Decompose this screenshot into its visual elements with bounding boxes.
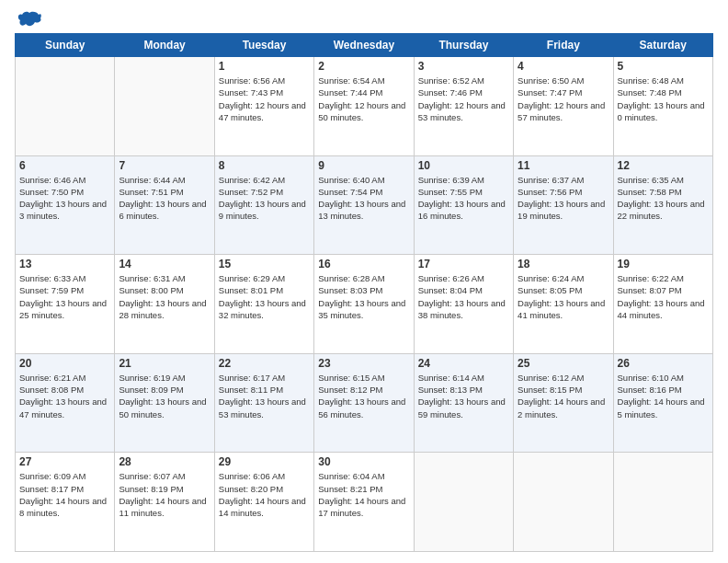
calendar-cell: 21Sunrise: 6:19 AM Sunset: 8:09 PM Dayli… — [115, 353, 214, 453]
calendar-cell — [414, 453, 513, 552]
day-info: Sunrise: 6:15 AM Sunset: 8:12 PM Dayligh… — [318, 372, 409, 420]
logo-icon — [15, 11, 42, 28]
calendar-header-sunday: Sunday — [16, 34, 115, 57]
day-info: Sunrise: 6:12 AM Sunset: 8:15 PM Dayligh… — [518, 372, 609, 420]
day-number: 16 — [318, 258, 409, 270]
calendar-header-monday: Monday — [115, 34, 214, 57]
day-info: Sunrise: 6:04 AM Sunset: 8:21 PM Dayligh… — [318, 470, 409, 519]
day-number: 3 — [418, 60, 509, 73]
calendar-cell: 7Sunrise: 6:44 AM Sunset: 7:51 PM Daylig… — [115, 155, 214, 255]
calendar-week-row: 6Sunrise: 6:46 AM Sunset: 7:50 PM Daylig… — [16, 155, 713, 255]
calendar-cell: 19Sunrise: 6:22 AM Sunset: 8:07 PM Dayli… — [613, 255, 712, 354]
day-info: Sunrise: 6:52 AM Sunset: 7:46 PM Dayligh… — [418, 75, 509, 123]
day-number: 2 — [318, 60, 409, 73]
calendar-cell: 1Sunrise: 6:56 AM Sunset: 7:43 PM Daylig… — [214, 57, 313, 156]
day-info: Sunrise: 6:54 AM Sunset: 7:44 PM Dayligh… — [318, 75, 409, 123]
calendar-cell: 3Sunrise: 6:52 AM Sunset: 7:46 PM Daylig… — [414, 57, 513, 156]
day-info: Sunrise: 6:33 AM Sunset: 7:59 PM Dayligh… — [19, 272, 110, 321]
day-number: 15 — [219, 258, 310, 270]
day-number: 28 — [119, 455, 210, 468]
day-number: 26 — [618, 357, 709, 370]
day-info: Sunrise: 6:17 AM Sunset: 8:11 PM Dayligh… — [219, 372, 310, 420]
calendar-cell: 5Sunrise: 6:48 AM Sunset: 7:48 PM Daylig… — [613, 57, 712, 156]
day-info: Sunrise: 6:37 AM Sunset: 7:56 PM Dayligh… — [518, 174, 609, 223]
day-info: Sunrise: 6:48 AM Sunset: 7:48 PM Dayligh… — [618, 75, 709, 123]
day-number: 12 — [618, 159, 709, 172]
calendar-week-row: 20Sunrise: 6:21 AM Sunset: 8:08 PM Dayli… — [16, 353, 713, 453]
calendar-cell — [16, 57, 115, 156]
calendar-cell: 2Sunrise: 6:54 AM Sunset: 7:44 PM Daylig… — [314, 57, 414, 156]
calendar-cell: 20Sunrise: 6:21 AM Sunset: 8:08 PM Dayli… — [16, 353, 115, 453]
day-number: 10 — [418, 159, 509, 172]
calendar-week-row: 27Sunrise: 6:09 AM Sunset: 8:17 PM Dayli… — [16, 453, 713, 552]
day-info: Sunrise: 6:44 AM Sunset: 7:51 PM Dayligh… — [119, 174, 210, 223]
day-number: 19 — [618, 258, 709, 270]
calendar-cell: 16Sunrise: 6:28 AM Sunset: 8:03 PM Dayli… — [314, 255, 414, 354]
calendar-week-row: 13Sunrise: 6:33 AM Sunset: 7:59 PM Dayli… — [16, 255, 713, 354]
day-info: Sunrise: 6:22 AM Sunset: 8:07 PM Dayligh… — [618, 272, 709, 321]
calendar-header-friday: Friday — [514, 34, 613, 57]
day-info: Sunrise: 6:31 AM Sunset: 8:00 PM Dayligh… — [119, 272, 210, 321]
calendar-cell: 10Sunrise: 6:39 AM Sunset: 7:55 PM Dayli… — [414, 155, 513, 255]
calendar-cell: 14Sunrise: 6:31 AM Sunset: 8:00 PM Dayli… — [115, 255, 214, 354]
day-number: 25 — [518, 357, 609, 370]
day-info: Sunrise: 6:10 AM Sunset: 8:16 PM Dayligh… — [618, 372, 709, 420]
day-number: 23 — [318, 357, 409, 370]
calendar-cell: 9Sunrise: 6:40 AM Sunset: 7:54 PM Daylig… — [314, 155, 414, 255]
day-number: 13 — [19, 258, 110, 270]
day-info: Sunrise: 6:19 AM Sunset: 8:09 PM Dayligh… — [119, 372, 210, 420]
calendar-week-row: 1Sunrise: 6:56 AM Sunset: 7:43 PM Daylig… — [16, 57, 713, 156]
day-number: 17 — [418, 258, 509, 270]
day-number: 30 — [318, 455, 409, 468]
calendar-cell: 18Sunrise: 6:24 AM Sunset: 8:05 PM Dayli… — [514, 255, 613, 354]
day-number: 29 — [219, 455, 310, 468]
day-number: 20 — [19, 357, 110, 370]
calendar-cell: 25Sunrise: 6:12 AM Sunset: 8:15 PM Dayli… — [514, 353, 613, 453]
day-info: Sunrise: 6:39 AM Sunset: 7:55 PM Dayligh… — [418, 174, 509, 223]
day-number: 24 — [418, 357, 509, 370]
calendar-cell: 17Sunrise: 6:26 AM Sunset: 8:04 PM Dayli… — [414, 255, 513, 354]
day-info: Sunrise: 6:07 AM Sunset: 8:19 PM Dayligh… — [119, 470, 210, 519]
day-info: Sunrise: 6:14 AM Sunset: 8:13 PM Dayligh… — [418, 372, 509, 420]
calendar-header-tuesday: Tuesday — [214, 34, 313, 57]
calendar-cell: 12Sunrise: 6:35 AM Sunset: 7:58 PM Dayli… — [613, 155, 712, 255]
calendar-cell: 29Sunrise: 6:06 AM Sunset: 8:20 PM Dayli… — [214, 453, 313, 552]
logo-bird-icon — [17, 11, 42, 31]
day-number: 14 — [119, 258, 210, 270]
calendar-cell: 23Sunrise: 6:15 AM Sunset: 8:12 PM Dayli… — [314, 353, 414, 453]
logo — [15, 11, 42, 28]
day-number: 21 — [119, 357, 210, 370]
day-info: Sunrise: 6:21 AM Sunset: 8:08 PM Dayligh… — [19, 372, 110, 420]
day-number: 9 — [318, 159, 409, 172]
day-info: Sunrise: 6:42 AM Sunset: 7:52 PM Dayligh… — [219, 174, 310, 223]
calendar-header-saturday: Saturday — [613, 34, 712, 57]
calendar-cell: 28Sunrise: 6:07 AM Sunset: 8:19 PM Dayli… — [115, 453, 214, 552]
day-number: 7 — [119, 159, 210, 172]
day-number: 6 — [19, 159, 110, 172]
day-number: 27 — [19, 455, 110, 468]
day-number: 11 — [518, 159, 609, 172]
day-number: 5 — [618, 60, 709, 73]
day-info: Sunrise: 6:50 AM Sunset: 7:47 PM Dayligh… — [518, 75, 609, 123]
day-info: Sunrise: 6:06 AM Sunset: 8:20 PM Dayligh… — [219, 470, 310, 519]
day-info: Sunrise: 6:26 AM Sunset: 8:04 PM Dayligh… — [418, 272, 509, 321]
calendar-cell — [115, 57, 214, 156]
day-number: 4 — [518, 60, 609, 73]
day-info: Sunrise: 6:09 AM Sunset: 8:17 PM Dayligh… — [19, 470, 110, 519]
day-number: 18 — [518, 258, 609, 270]
calendar-cell: 26Sunrise: 6:10 AM Sunset: 8:16 PM Dayli… — [613, 353, 712, 453]
calendar-cell: 11Sunrise: 6:37 AM Sunset: 7:56 PM Dayli… — [514, 155, 613, 255]
calendar-cell: 30Sunrise: 6:04 AM Sunset: 8:21 PM Dayli… — [314, 453, 414, 552]
day-info: Sunrise: 6:46 AM Sunset: 7:50 PM Dayligh… — [19, 174, 110, 223]
page: SundayMondayTuesdayWednesdayThursdayFrid… — [0, 0, 728, 563]
day-info: Sunrise: 6:28 AM Sunset: 8:03 PM Dayligh… — [318, 272, 409, 321]
calendar-cell: 27Sunrise: 6:09 AM Sunset: 8:17 PM Dayli… — [16, 453, 115, 552]
calendar-cell — [514, 453, 613, 552]
day-number: 22 — [219, 357, 310, 370]
day-info: Sunrise: 6:40 AM Sunset: 7:54 PM Dayligh… — [318, 174, 409, 223]
calendar-cell — [613, 453, 712, 552]
calendar-cell: 24Sunrise: 6:14 AM Sunset: 8:13 PM Dayli… — [414, 353, 513, 453]
calendar-cell: 15Sunrise: 6:29 AM Sunset: 8:01 PM Dayli… — [214, 255, 313, 354]
calendar-table: SundayMondayTuesdayWednesdayThursdayFrid… — [15, 33, 713, 552]
calendar-header-thursday: Thursday — [414, 34, 513, 57]
